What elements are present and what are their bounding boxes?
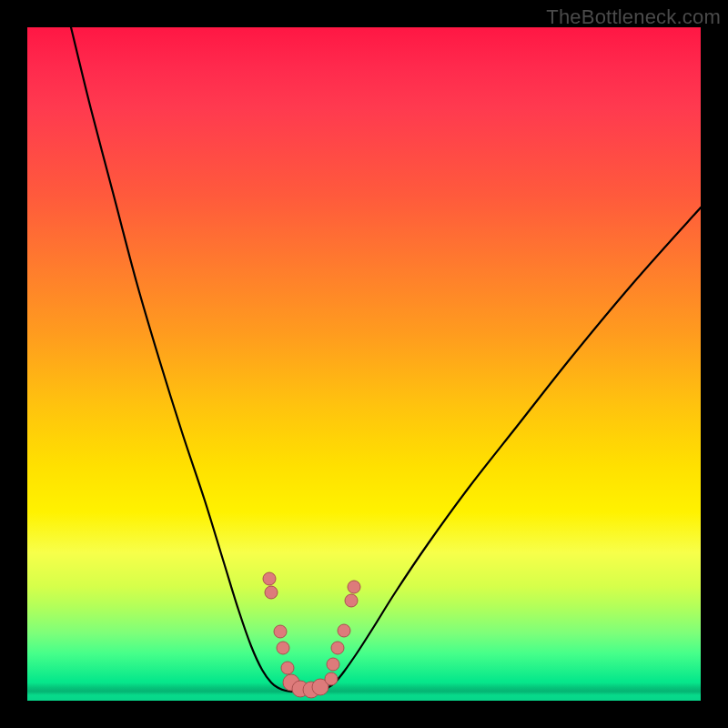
data-point-marker [345, 594, 358, 607]
marker-layer [263, 572, 360, 698]
data-point-marker [338, 624, 350, 637]
watermark-text: TheBottleneck.com [546, 5, 721, 29]
data-point-marker [327, 658, 339, 671]
data-point-marker [331, 642, 344, 654]
data-point-marker [274, 625, 287, 638]
data-point-marker [348, 581, 360, 593]
data-point-marker [263, 572, 276, 585]
curve-layer [71, 27, 701, 693]
left-curve [71, 27, 293, 692]
chart-svg [27, 27, 701, 701]
data-point-marker [325, 672, 338, 685]
plot-area [27, 27, 701, 701]
data-point-marker [281, 662, 294, 674]
right-curve [320, 207, 701, 692]
chart-frame: TheBottleneck.com [0, 0, 728, 728]
data-point-marker [277, 642, 289, 654]
data-point-marker [265, 586, 278, 599]
